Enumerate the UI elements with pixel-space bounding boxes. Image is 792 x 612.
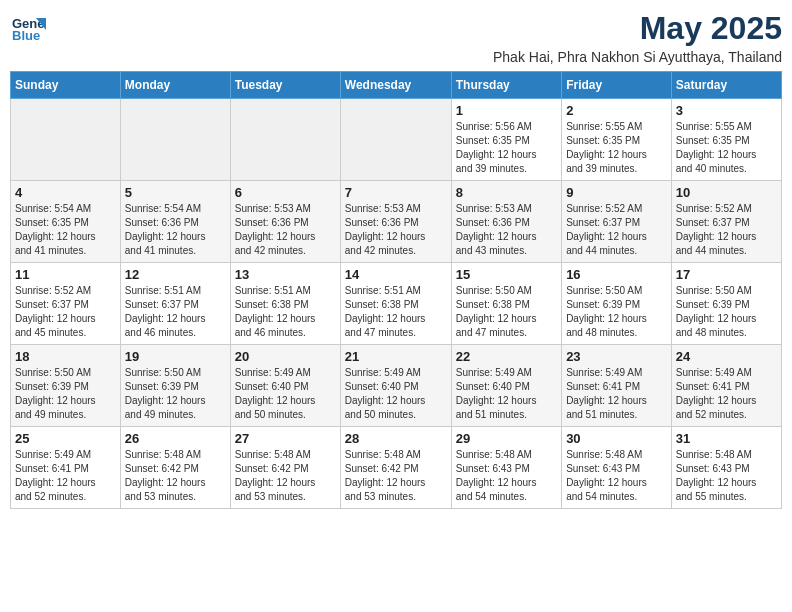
day-number: 19 <box>125 349 226 364</box>
calendar-cell: 30Sunrise: 5:48 AM Sunset: 6:43 PM Dayli… <box>562 427 672 509</box>
day-info: Sunrise: 5:48 AM Sunset: 6:43 PM Dayligh… <box>456 448 557 504</box>
day-info: Sunrise: 5:50 AM Sunset: 6:39 PM Dayligh… <box>125 366 226 422</box>
day-info: Sunrise: 5:52 AM Sunset: 6:37 PM Dayligh… <box>566 202 667 258</box>
day-number: 30 <box>566 431 667 446</box>
calendar-cell: 18Sunrise: 5:50 AM Sunset: 6:39 PM Dayli… <box>11 345 121 427</box>
day-number: 9 <box>566 185 667 200</box>
calendar-cell: 12Sunrise: 5:51 AM Sunset: 6:37 PM Dayli… <box>120 263 230 345</box>
day-number: 22 <box>456 349 557 364</box>
logo-icon: General Blue <box>10 10 46 46</box>
day-number: 7 <box>345 185 447 200</box>
day-info: Sunrise: 5:54 AM Sunset: 6:35 PM Dayligh… <box>15 202 116 258</box>
weekday-header: Saturday <box>671 72 781 99</box>
day-info: Sunrise: 5:50 AM Sunset: 6:39 PM Dayligh… <box>566 284 667 340</box>
calendar-cell: 31Sunrise: 5:48 AM Sunset: 6:43 PM Dayli… <box>671 427 781 509</box>
calendar-cell: 16Sunrise: 5:50 AM Sunset: 6:39 PM Dayli… <box>562 263 672 345</box>
day-info: Sunrise: 5:50 AM Sunset: 6:38 PM Dayligh… <box>456 284 557 340</box>
day-info: Sunrise: 5:50 AM Sunset: 6:39 PM Dayligh… <box>15 366 116 422</box>
day-number: 16 <box>566 267 667 282</box>
day-info: Sunrise: 5:56 AM Sunset: 6:35 PM Dayligh… <box>456 120 557 176</box>
weekday-header-row: SundayMondayTuesdayWednesdayThursdayFrid… <box>11 72 782 99</box>
calendar-cell: 3Sunrise: 5:55 AM Sunset: 6:35 PM Daylig… <box>671 99 781 181</box>
calendar-week-row: 25Sunrise: 5:49 AM Sunset: 6:41 PM Dayli… <box>11 427 782 509</box>
day-info: Sunrise: 5:55 AM Sunset: 6:35 PM Dayligh… <box>676 120 777 176</box>
calendar-cell: 17Sunrise: 5:50 AM Sunset: 6:39 PM Dayli… <box>671 263 781 345</box>
day-number: 1 <box>456 103 557 118</box>
day-info: Sunrise: 5:54 AM Sunset: 6:36 PM Dayligh… <box>125 202 226 258</box>
day-info: Sunrise: 5:53 AM Sunset: 6:36 PM Dayligh… <box>235 202 336 258</box>
day-number: 26 <box>125 431 226 446</box>
calendar-cell: 2Sunrise: 5:55 AM Sunset: 6:35 PM Daylig… <box>562 99 672 181</box>
calendar-cell: 15Sunrise: 5:50 AM Sunset: 6:38 PM Dayli… <box>451 263 561 345</box>
month-title: May 2025 <box>493 10 782 47</box>
day-number: 29 <box>456 431 557 446</box>
svg-text:Blue: Blue <box>12 28 40 43</box>
day-number: 11 <box>15 267 116 282</box>
location-subtitle: Phak Hai, Phra Nakhon Si Ayutthaya, Thai… <box>493 49 782 65</box>
calendar-cell: 20Sunrise: 5:49 AM Sunset: 6:40 PM Dayli… <box>230 345 340 427</box>
calendar-cell: 22Sunrise: 5:49 AM Sunset: 6:40 PM Dayli… <box>451 345 561 427</box>
calendar-cell: 1Sunrise: 5:56 AM Sunset: 6:35 PM Daylig… <box>451 99 561 181</box>
day-info: Sunrise: 5:51 AM Sunset: 6:38 PM Dayligh… <box>235 284 336 340</box>
day-number: 24 <box>676 349 777 364</box>
calendar-week-row: 11Sunrise: 5:52 AM Sunset: 6:37 PM Dayli… <box>11 263 782 345</box>
day-info: Sunrise: 5:55 AM Sunset: 6:35 PM Dayligh… <box>566 120 667 176</box>
day-info: Sunrise: 5:49 AM Sunset: 6:41 PM Dayligh… <box>566 366 667 422</box>
day-number: 13 <box>235 267 336 282</box>
calendar-cell <box>11 99 121 181</box>
day-info: Sunrise: 5:53 AM Sunset: 6:36 PM Dayligh… <box>345 202 447 258</box>
day-info: Sunrise: 5:48 AM Sunset: 6:42 PM Dayligh… <box>125 448 226 504</box>
weekday-header: Tuesday <box>230 72 340 99</box>
weekday-header: Sunday <box>11 72 121 99</box>
weekday-header: Friday <box>562 72 672 99</box>
day-info: Sunrise: 5:52 AM Sunset: 6:37 PM Dayligh… <box>676 202 777 258</box>
weekday-header: Monday <box>120 72 230 99</box>
calendar-cell: 23Sunrise: 5:49 AM Sunset: 6:41 PM Dayli… <box>562 345 672 427</box>
calendar-week-row: 1Sunrise: 5:56 AM Sunset: 6:35 PM Daylig… <box>11 99 782 181</box>
day-info: Sunrise: 5:49 AM Sunset: 6:40 PM Dayligh… <box>235 366 336 422</box>
calendar-cell <box>120 99 230 181</box>
calendar-cell: 9Sunrise: 5:52 AM Sunset: 6:37 PM Daylig… <box>562 181 672 263</box>
day-number: 18 <box>15 349 116 364</box>
day-number: 25 <box>15 431 116 446</box>
calendar-cell <box>230 99 340 181</box>
day-number: 27 <box>235 431 336 446</box>
weekday-header: Wednesday <box>340 72 451 99</box>
day-info: Sunrise: 5:50 AM Sunset: 6:39 PM Dayligh… <box>676 284 777 340</box>
calendar-cell: 24Sunrise: 5:49 AM Sunset: 6:41 PM Dayli… <box>671 345 781 427</box>
calendar-cell: 19Sunrise: 5:50 AM Sunset: 6:39 PM Dayli… <box>120 345 230 427</box>
calendar-cell: 14Sunrise: 5:51 AM Sunset: 6:38 PM Dayli… <box>340 263 451 345</box>
day-number: 4 <box>15 185 116 200</box>
day-number: 3 <box>676 103 777 118</box>
calendar-cell: 29Sunrise: 5:48 AM Sunset: 6:43 PM Dayli… <box>451 427 561 509</box>
day-info: Sunrise: 5:51 AM Sunset: 6:38 PM Dayligh… <box>345 284 447 340</box>
day-number: 12 <box>125 267 226 282</box>
calendar-cell: 27Sunrise: 5:48 AM Sunset: 6:42 PM Dayli… <box>230 427 340 509</box>
day-number: 17 <box>676 267 777 282</box>
calendar-cell: 7Sunrise: 5:53 AM Sunset: 6:36 PM Daylig… <box>340 181 451 263</box>
calendar-cell: 21Sunrise: 5:49 AM Sunset: 6:40 PM Dayli… <box>340 345 451 427</box>
calendar-cell: 6Sunrise: 5:53 AM Sunset: 6:36 PM Daylig… <box>230 181 340 263</box>
calendar-cell: 8Sunrise: 5:53 AM Sunset: 6:36 PM Daylig… <box>451 181 561 263</box>
day-number: 21 <box>345 349 447 364</box>
day-info: Sunrise: 5:49 AM Sunset: 6:41 PM Dayligh… <box>676 366 777 422</box>
calendar-cell: 13Sunrise: 5:51 AM Sunset: 6:38 PM Dayli… <box>230 263 340 345</box>
day-number: 5 <box>125 185 226 200</box>
title-area: May 2025 Phak Hai, Phra Nakhon Si Ayutth… <box>493 10 782 65</box>
calendar-cell: 25Sunrise: 5:49 AM Sunset: 6:41 PM Dayli… <box>11 427 121 509</box>
day-number: 10 <box>676 185 777 200</box>
page-header: General Blue May 2025 Phak Hai, Phra Nak… <box>10 10 782 65</box>
calendar-cell: 5Sunrise: 5:54 AM Sunset: 6:36 PM Daylig… <box>120 181 230 263</box>
day-info: Sunrise: 5:49 AM Sunset: 6:40 PM Dayligh… <box>345 366 447 422</box>
day-number: 6 <box>235 185 336 200</box>
day-number: 20 <box>235 349 336 364</box>
logo: General Blue <box>10 10 46 46</box>
day-number: 31 <box>676 431 777 446</box>
calendar-cell: 28Sunrise: 5:48 AM Sunset: 6:42 PM Dayli… <box>340 427 451 509</box>
calendar-cell: 11Sunrise: 5:52 AM Sunset: 6:37 PM Dayli… <box>11 263 121 345</box>
weekday-header: Thursday <box>451 72 561 99</box>
day-number: 15 <box>456 267 557 282</box>
day-info: Sunrise: 5:48 AM Sunset: 6:43 PM Dayligh… <box>566 448 667 504</box>
calendar-week-row: 18Sunrise: 5:50 AM Sunset: 6:39 PM Dayli… <box>11 345 782 427</box>
calendar-cell: 10Sunrise: 5:52 AM Sunset: 6:37 PM Dayli… <box>671 181 781 263</box>
